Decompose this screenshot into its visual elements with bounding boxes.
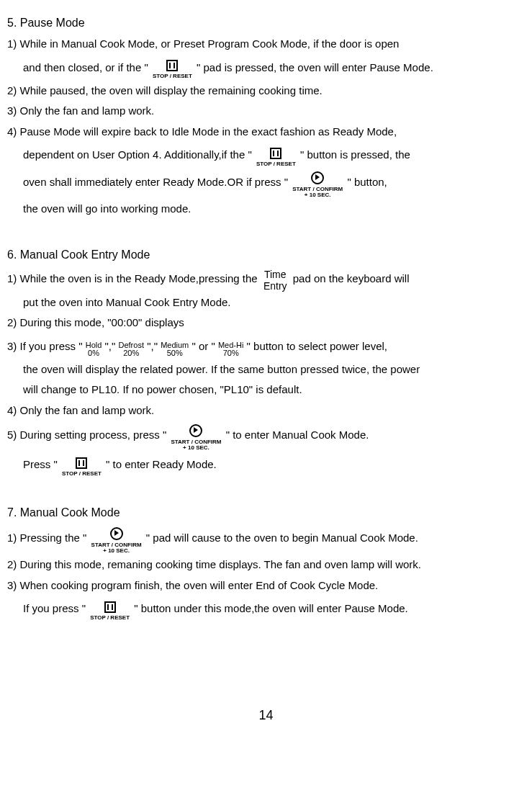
text: "," — [105, 340, 116, 352]
text: " button, — [347, 176, 387, 188]
text: 1) Pressing the " — [7, 532, 86, 544]
s6-item-4: 4) Only the fan and lamp work. — [7, 403, 525, 419]
medium-button-icon: Medium50% — [161, 341, 189, 357]
section-6-title: 6. Manual Cook Entry Mode — [7, 246, 525, 264]
hold-button-icon: Hold0% — [86, 341, 102, 357]
text: 1) While the oven is in the Ready Mode,p… — [7, 272, 258, 284]
start-confirm-icon: START / CONFIRM+ 10 SEC. — [292, 171, 343, 198]
s6-item-2: 2) During this mode, "00:00" displays — [7, 315, 525, 331]
label: + 10 SEC. — [171, 445, 221, 451]
text: " to enter Ready Mode. — [106, 458, 217, 470]
s6-item-3c: will change to PL10. If no power chosen,… — [7, 382, 525, 398]
s6-item-5: 5) During setting process, press " START… — [7, 423, 525, 449]
label: STOP / RESET — [90, 615, 130, 621]
stop-reset-icon: STOP / RESET — [90, 601, 130, 621]
s5-item-4b: dependent on User Option 4. Additionally… — [7, 144, 525, 166]
start-confirm-icon: START / CONFIRM+ 10 SEC. — [91, 527, 142, 554]
text: 1) While in Manual Cook Mode, or Preset … — [7, 36, 525, 53]
s5-item-4d: the oven will go into working mode. — [7, 201, 525, 218]
label: 0% — [86, 349, 102, 357]
s7-item-3b: If you press " STOP / RESET " button und… — [7, 598, 525, 619]
text: Press " — [23, 458, 58, 470]
s7-item-2: 2) During this mode, remaning cooking ti… — [7, 557, 525, 573]
defrost-button-icon: Defrost20% — [119, 341, 144, 357]
label: 20% — [119, 349, 144, 357]
text: pad on the keyboard will — [293, 272, 410, 284]
s6-item-5b: Press " STOP / RESET " to enter Ready Mo… — [7, 454, 525, 475]
section-7-title: 7. Manual Cook Mode — [7, 504, 525, 521]
label: + 10 SEC. — [91, 548, 142, 554]
label: 70% — [218, 349, 243, 357]
text: " button to select power level, — [247, 340, 387, 352]
text: and then closed, or if the " — [23, 61, 148, 73]
label: Time — [263, 269, 287, 280]
med-hi-button-icon: Med-Hi70% — [218, 341, 243, 357]
s5-item-1: 1) While in Manual Cook Mode, or Preset … — [7, 36, 525, 53]
text: " to enter Manual Cook Mode. — [226, 429, 369, 441]
text: " button is pressed, the — [300, 148, 410, 161]
label: STOP / RESET — [62, 471, 102, 477]
stop-reset-icon: STOP / RESET — [153, 60, 192, 79]
section-5-title: 5. Pause Mode — [7, 14, 525, 32]
text: " pad will cause to the oven to begin Ma… — [146, 532, 418, 544]
s7-item-1: 1) Pressing the " START / CONFIRM+ 10 SE… — [7, 526, 525, 552]
text: dependent on User Option 4. Additionally… — [23, 148, 252, 161]
s5-item-4: 4) Pause Mode will expire back to Idle M… — [7, 124, 525, 140]
s5-item-3: 3) Only the fan and lamp work. — [7, 103, 525, 120]
text: oven shall immediately enter Ready Mode.… — [23, 176, 288, 188]
text: 3) If you press " — [7, 340, 83, 352]
s5-item-1-cont: and then closed, or if the " STOP / RESE… — [7, 57, 525, 79]
s6-item-3: 3) If you press " Hold0% "," Defrost20% … — [7, 336, 525, 357]
label: STOP / RESET — [153, 73, 192, 79]
label: 50% — [161, 349, 189, 357]
s6-item-1b: put the oven into Manual Cook Entry Mode… — [7, 295, 525, 311]
s7-item-3: 3) When cooking program finish, the oven… — [7, 578, 525, 594]
text: 5) During setting process, press " — [7, 429, 166, 441]
s5-item-2: 2) While paused, the oven will display t… — [7, 83, 525, 99]
text: " pad is pressed, the oven will enter Pa… — [197, 61, 433, 73]
s6-item-3b: the oven will display the related power.… — [7, 362, 525, 378]
time-entry-icon: Time Entry — [263, 269, 287, 292]
text: If you press " — [23, 602, 86, 614]
start-confirm-icon: START / CONFIRM+ 10 SEC. — [171, 424, 221, 451]
text: " button under this mode,the oven will e… — [134, 602, 408, 614]
page-number: 14 — [7, 706, 525, 725]
text: " or " — [191, 340, 215, 352]
stop-reset-icon: STOP / RESET — [62, 457, 102, 477]
label: STOP / RESET — [256, 161, 296, 167]
label: Entry — [263, 281, 287, 292]
s6-item-1: 1) While the oven is in the Ready Mode,p… — [7, 268, 525, 290]
stop-reset-icon: STOP / RESET — [256, 148, 296, 167]
label: + 10 SEC. — [292, 192, 343, 198]
text: "," — [147, 340, 158, 352]
s5-item-4c: oven shall immediately enter Ready Mode.… — [7, 170, 525, 197]
